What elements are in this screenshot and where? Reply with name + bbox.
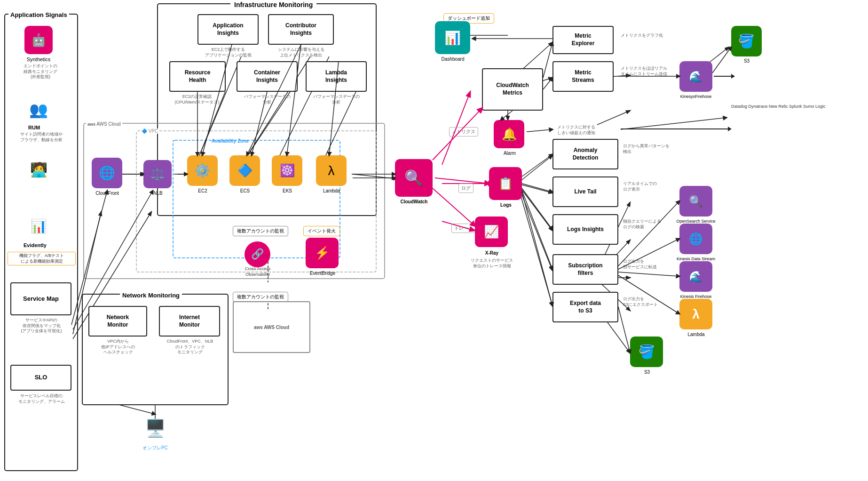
cloudwatch-icon: 🔍 (395, 159, 433, 197)
ec2-icon: ⚙️ (187, 155, 218, 186)
main-canvas: Application Signals 🤖 Synthetics エンドポイント… (0, 0, 868, 481)
svg-line-69 (71, 191, 107, 325)
rum-desc: サイト訪問者の地域やブラウザ、動線を分析 (7, 132, 76, 143)
metric-streams-label: MetricStreams (572, 69, 594, 84)
svg-line-22 (517, 184, 552, 306)
alarm-icon: 🔔 (494, 120, 524, 148)
svg-line-52 (543, 78, 552, 89)
slo-desc: サービスレベル目標のモニタリング、アラーム (7, 393, 76, 404)
metric-streams-box[interactable]: MetricStreams (552, 61, 614, 92)
container-insights-label: ContainerInsights (254, 69, 280, 84)
s3-bottom-label: S3 (630, 369, 664, 375)
ec2-label: EC2 (188, 188, 217, 193)
logs-arrow-label: ログ (458, 184, 473, 193)
alarm-label: Alarm (493, 151, 527, 156)
container-insights-desc: パフォーマンスデータの分析 (234, 94, 300, 105)
svg-rect-3 (84, 123, 385, 279)
onprempc-icon: 🖥️ (139, 414, 172, 442)
eks-label: EKS (273, 188, 302, 193)
aws-cloud-bottom-box: aws AWS Cloud (233, 301, 310, 353)
service-map-desc: サービスやAPIの依存関係をマップ化(アプリ全体を可視化) (7, 318, 76, 334)
anomaly-detection-label: AnomalyDetection (573, 147, 599, 161)
live-tail-label: Live Tail (574, 188, 596, 196)
xray-desc: リクエストのサービス単位のトレース情報 (470, 258, 513, 269)
onprempc-label: オンプレPC (133, 445, 177, 451)
metric-explorer-box[interactable]: MetricExplorer (552, 26, 614, 54)
svg-line-44 (618, 307, 630, 353)
svg-line-72 (527, 129, 552, 132)
resource-health-desc: EC2の正常確認(CPU/Mem/ステータス) (165, 94, 229, 105)
cloudwatch-metrics-box[interactable]: CloudWatchMetrics (482, 68, 543, 111)
metric-explorer-desc: メトリクスをグラフ化 (621, 33, 663, 39)
multi-account-badge-1: 複数アカウントの監視 (233, 226, 288, 236)
dashboard-label: Dashboard (434, 56, 472, 62)
svg-line-56 (522, 188, 552, 230)
network-monitor-desc: VPC内から他IPアドレスへのヘルスチェック (86, 339, 150, 355)
internet-monitor-box[interactable]: InternetMonitor (159, 306, 220, 337)
svg-line-40 (618, 201, 679, 266)
arrows-layer (0, 0, 868, 481)
kinesis-firehose-icon: 🌊 (679, 261, 712, 292)
alarm-to-datadog-arrow (621, 128, 729, 129)
svg-line-42 (618, 272, 679, 276)
subscription-filters-label: Subscriptionfilters (568, 262, 602, 277)
svg-line-28 (597, 111, 630, 125)
cross-access-label: Cross Access Observability (234, 266, 281, 277)
nlb-icon: ⚖️ (143, 160, 172, 188)
contributor-insights-label: ContributorInsights (285, 22, 316, 37)
logs-insights-box[interactable]: Logs Insights (552, 214, 618, 245)
multi-account-badge-2: 複数アカウントの監視 (233, 292, 288, 302)
live-tail-box[interactable]: Live Tail (552, 176, 618, 207)
contributor-insights-box[interactable]: ContributorInsights (268, 14, 334, 45)
s3-top-icon: 🪣 (731, 26, 762, 56)
subscription-filters-box[interactable]: Subscriptionfilters (552, 254, 618, 285)
metrics-arrow-label: メトリクス (449, 127, 478, 136)
datadog-etc-label: Datadog Dynatrace New Relic Splunk Sumo … (731, 104, 826, 110)
container-insights-box[interactable]: ContainerInsights (237, 61, 298, 92)
anomaly-detection-box[interactable]: AnomalyDetection (552, 139, 618, 169)
availability-zone-label: Availability Zone (212, 138, 249, 144)
synthetics-desc: エンドポイントの経路モニタリング(外形監視) (8, 64, 73, 80)
s3-bottom-icon: 🪣 (630, 337, 663, 367)
svg-line-54 (522, 154, 552, 176)
internet-monitor-desc: CloudFront、VPC、NLBのトラフィックモニタリング (155, 339, 225, 355)
slo-box[interactable]: SLO (10, 365, 71, 391)
dashboard-icon: 📊 (435, 21, 470, 54)
rum-label: RUM (28, 125, 40, 130)
metric-explorer-label: MetricExplorer (572, 32, 595, 47)
svg-line-73 (621, 118, 726, 129)
nlb-label: NLB (142, 191, 174, 196)
export-data-s3-label: Export datato S3 (570, 300, 601, 314)
logs-label: Logs (490, 202, 522, 208)
service-map-label: Service Map (23, 295, 59, 303)
svg-line-43 (618, 275, 679, 314)
xray-label: X-Ray (474, 250, 510, 256)
svg-line-46 (712, 47, 731, 73)
eventbridge-label: EventBridge (303, 271, 342, 276)
app-insights-box[interactable]: ApplicationInsights (197, 14, 259, 45)
lambda-right-label: Lambda (679, 332, 714, 337)
svg-line-14 (353, 174, 397, 179)
app-insights-desc: EC2上で動作するアプリケーションの監視 (197, 47, 260, 58)
lambda-label: Lambda (315, 188, 348, 193)
lambda-insights-box[interactable]: LambdaInsights (306, 61, 367, 92)
ecs-label: ECS (230, 188, 260, 193)
lambda-insights-label: LambdaInsights (325, 69, 347, 84)
cross-access-icon: 🔗 (240, 238, 275, 271)
service-map-box[interactable]: Service Map (10, 282, 71, 315)
lambda-icon: λ (316, 155, 347, 186)
svg-line-50 (433, 188, 475, 226)
live-tail-desc: リアルタイムでのログ表示 (623, 181, 689, 192)
export-data-s3-box[interactable]: Export datato S3 (552, 292, 618, 322)
resource-health-box[interactable]: ResourceHealth (169, 61, 226, 92)
eventbridge-icon: ⚡ (306, 238, 339, 268)
resource-health-label: ResourceHealth (185, 69, 211, 84)
svg-line-51 (543, 42, 552, 78)
network-monitor-box[interactable]: NetworkMonitor (88, 306, 147, 337)
kinesys-firehose-icon: 🌊 (679, 61, 712, 92)
svg-line-19 (517, 184, 552, 193)
app-signals-title: Application Signals (8, 11, 69, 18)
infra-monitoring-title: Infrastructure Monitoring (230, 1, 316, 8)
opensearch-icon: 🔍 (679, 186, 712, 216)
cloudfront-label: CloudFront (90, 191, 124, 196)
